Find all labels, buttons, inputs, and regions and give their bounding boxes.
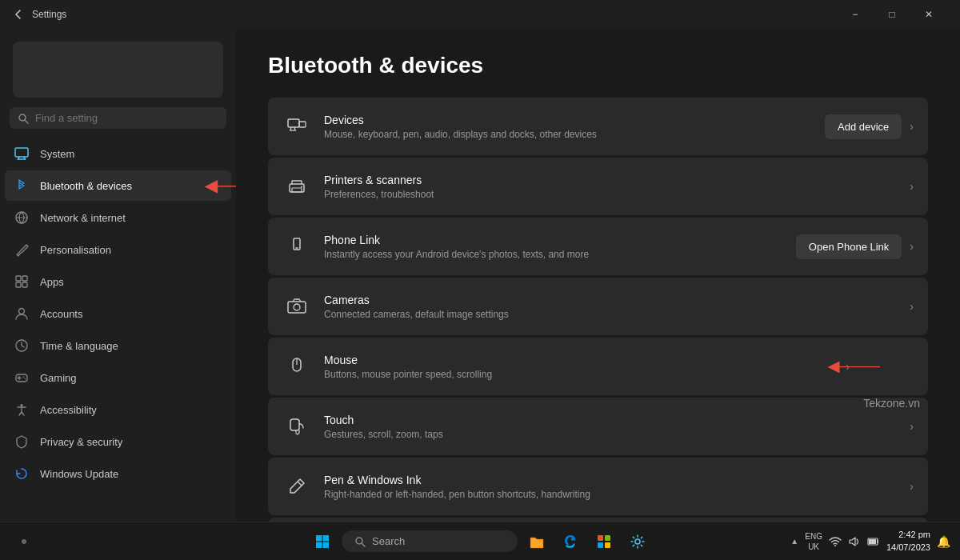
sidebar-item-gaming[interactable]: Gaming [5,362,231,393]
setting-item-mouse[interactable]: Mouse Buttons, mouse pointer speed, scro… [268,338,928,395]
minimize-button[interactable]: − [837,0,874,29]
clock[interactable]: 2:42 pm 14/07/2023 [886,529,930,554]
sidebar-item-privacy-label: Privacy & security [40,436,122,448]
main-content: Bluetooth & devices Devices Mouse, keybo… [236,29,960,522]
mouse-action: › [846,360,914,373]
cameras-desc: Connected cameras, default image setting… [324,309,897,320]
svg-rect-20 [299,122,306,127]
cameras-text: Cameras Connected cameras, default image… [324,294,897,320]
taskbar-search-label: Search [372,535,405,547]
sidebar-search-input[interactable] [35,112,218,124]
sidebar-item-accounts[interactable]: Accounts [5,298,231,329]
pen-icon [282,472,311,501]
sidebar-item-accessibility[interactable]: Accessibility [5,394,231,425]
system-tray-arrow[interactable]: ▲ [790,537,798,546]
maximize-button[interactable]: □ [874,0,910,29]
apps-icon [14,274,29,289]
battery-icon [867,538,880,546]
wifi-icon[interactable] [829,536,842,547]
svg-rect-33 [290,419,299,430]
devices-name: Devices [324,114,812,126]
notification-icon[interactable] [10,527,38,556]
mouse-icon [282,352,311,381]
file-explorer-button[interactable] [522,527,551,556]
clock-date: 14/07/2023 [886,542,930,554]
locale-lang: ENG [805,531,822,542]
svg-line-34 [298,482,302,486]
notification-bell[interactable]: 🔔 [937,535,950,548]
svg-rect-43 [598,535,603,541]
sidebar-item-network[interactable]: Network & internet [5,202,231,233]
phonelink-desc: Instantly access your Android device's p… [324,249,783,260]
svg-rect-50 [869,539,876,544]
setting-item-touch[interactable]: Touch Gestures, scroll, zoom, taps › [268,398,928,455]
svg-point-47 [635,539,640,544]
sidebar-item-apps[interactable]: Apps [5,266,231,297]
open-phone-button[interactable]: Open Phone Link [796,234,902,259]
phonelink-chevron: › [910,240,914,253]
taskbar-left [10,527,38,556]
printers-desc: Preferences, troubleshoot [324,189,897,200]
clock-time: 2:42 pm [886,529,930,541]
svg-point-17 [25,378,26,380]
cameras-chevron: › [910,300,914,313]
sidebar-item-system-label: System [40,148,74,160]
mouse-name: Mouse [324,354,833,366]
devices-chevron: › [910,120,914,133]
sidebar-profile [13,42,223,98]
svg-rect-7 [16,276,21,281]
back-icon[interactable] [13,9,24,20]
taskbar-center: Search [308,527,652,556]
mouse-desc: Buttons, mouse pointer speed, scrolling [324,369,833,380]
devices-text: Devices Mouse, keyboard, pen, audio, dis… [324,114,812,140]
svg-point-18 [21,404,23,406]
setting-item-phonelink[interactable]: Phone Link Instantly access your Android… [268,218,928,275]
edge-browser-button[interactable] [556,527,585,556]
window-title: Settings [32,9,66,20]
svg-point-26 [301,186,302,188]
svg-point-48 [834,545,836,546]
sidebar-search-icon [18,113,29,124]
taskbar-search-bar[interactable]: Search [342,530,518,552]
windows-logo-button[interactable] [308,527,337,556]
phonelink-text: Phone Link Instantly access your Android… [324,234,783,260]
sidebar-item-time[interactable]: Time & language [5,330,231,361]
svg-rect-19 [288,119,299,127]
sidebar-item-network-label: Network & internet [40,212,126,224]
phone-icon [282,232,311,261]
sidebar-item-accounts-label: Accounts [40,308,82,320]
svg-line-42 [362,543,366,546]
gaming-icon [14,370,29,385]
add-device-button[interactable]: Add device [825,114,902,139]
cameras-action: › [910,300,914,313]
svg-point-30 [294,304,300,310]
pen-text: Pen & Windows Ink Right-handed or left-h… [324,474,897,500]
page-title: Bluetooth & devices [268,53,928,78]
title-bar-controls: − □ ✕ [837,0,947,29]
settings-taskbar-button[interactable] [623,527,652,556]
pen-desc: Right-handed or left-handed, pen button … [324,489,897,500]
setting-item-pen[interactable]: Pen & Windows Ink Right-handed or left-h… [268,458,928,515]
title-bar-left: Settings [13,9,66,20]
sidebar-item-personalisation[interactable]: Personalisation [5,234,231,265]
sidebar-item-update[interactable]: Windows Update [5,458,231,489]
windows-store-button[interactable] [590,527,618,556]
accessibility-icon [14,402,29,417]
setting-item-devices[interactable]: Devices Mouse, keyboard, pen, audio, dis… [268,98,928,155]
sidebar-item-privacy[interactable]: Privacy & security [5,426,231,457]
printer-icon [282,172,311,201]
svg-rect-38 [323,535,330,542]
sidebar-item-bluetooth[interactable]: Bluetooth & devices ◀── [5,170,231,201]
setting-item-printers[interactable]: Printers & scanners Preferences, trouble… [268,158,928,215]
printers-name: Printers & scanners [324,174,897,186]
svg-rect-40 [323,542,330,548]
mouse-text: Mouse Buttons, mouse pointer speed, scro… [324,354,833,380]
sidebar-item-update-label: Windows Update [40,468,118,480]
close-button[interactable]: ✕ [910,0,947,29]
volume-icon[interactable] [848,536,861,547]
sidebar-item-system[interactable]: System [5,138,231,169]
setting-item-cameras[interactable]: Cameras Connected cameras, default image… [268,278,928,335]
sidebar-search-container[interactable] [10,107,226,129]
svg-point-36 [22,539,26,544]
svg-rect-8 [22,276,27,281]
